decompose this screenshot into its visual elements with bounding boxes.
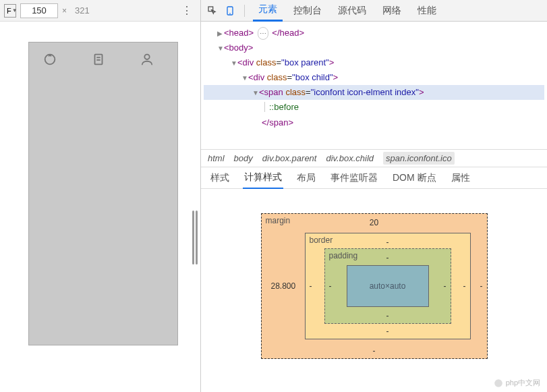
tab-computed[interactable]: 计算样式: [243, 167, 283, 189]
crumb-html[interactable]: html: [208, 153, 225, 163]
breadcrumb: html body div.box.parent div.box.child s…: [201, 150, 547, 167]
padding-left-value: -: [329, 281, 332, 291]
margin-top-value: 20: [370, 218, 378, 227]
device-selector[interactable]: F▼: [4, 4, 16, 18]
border-left-value: -: [310, 281, 312, 291]
margin-label: margin: [266, 216, 291, 225]
tab-performance[interactable]: 性能: [412, 1, 442, 21]
style-tabbar: 样式 计算样式 布局 事件监听器 DOM 断点 属性: [201, 167, 547, 189]
margin-right-value: -: [480, 281, 483, 291]
devtools-panel: 元素 控制台 源代码 网络 性能 <head> ⋯ </head> <body>…: [201, 0, 547, 392]
crumb-parent[interactable]: div.box.parent: [262, 153, 317, 163]
devtools-tabbar: 元素 控制台 源代码 网络 性能: [201, 0, 547, 22]
box-model-padding[interactable]: padding - - - - auto×auto: [324, 248, 451, 324]
box-model-margin[interactable]: margin 20 - 28.800 - border - - - - padd…: [261, 213, 488, 359]
device-frame: [28, 42, 178, 345]
dom-pseudo-before[interactable]: ::before: [204, 100, 544, 115]
tab-console[interactable]: 控制台: [288, 1, 327, 21]
svg-point-4: [144, 55, 149, 59]
clipboard-icon: [91, 52, 106, 67]
device-viewport: [0, 22, 200, 392]
scrollbar[interactable]: [192, 211, 199, 264]
dom-node-span-close[interactable]: </span>: [204, 115, 544, 130]
border-top-value: -: [386, 237, 389, 247]
box-model-container: margin 20 - 28.800 - border - - - - padd…: [201, 189, 547, 392]
more-options-icon[interactable]: ⋮: [181, 4, 191, 17]
device-toolbar: F▼ × ⋮: [0, 0, 200, 22]
frame-header: [29, 43, 177, 76]
border-right-value: -: [463, 281, 466, 291]
dom-tree[interactable]: <head> ⋯ </head> <body> <div class="box …: [201, 22, 547, 150]
device-preview-pane: F▼ × ⋮: [0, 0, 201, 392]
box-model-content[interactable]: auto×auto: [347, 265, 429, 307]
dom-node-head[interactable]: <head> ⋯ </head>: [204, 26, 544, 40]
svg-point-0: [45, 55, 55, 65]
viewport-width-input[interactable]: [20, 3, 58, 18]
padding-top-value: -: [386, 253, 389, 262]
divider: [244, 5, 245, 17]
margin-bottom-value: -: [373, 346, 376, 356]
viewport-height-input[interactable]: [75, 3, 113, 18]
watermark: php中文网: [494, 378, 540, 388]
tab-network[interactable]: 网络: [377, 1, 407, 21]
refresh-icon: [42, 52, 57, 67]
inspect-icon[interactable]: [206, 5, 219, 17]
dom-node-body[interactable]: <body>: [204, 40, 544, 55]
border-label: border: [310, 235, 333, 245]
chevron-down-icon: ▼: [12, 7, 18, 13]
tab-styles[interactable]: 样式: [209, 168, 231, 188]
tab-properties[interactable]: 属性: [450, 168, 471, 188]
dom-node-span-selected[interactable]: ⋯<span class="iconfont icon-elment index…: [204, 85, 544, 100]
svg-point-8: [494, 379, 502, 387]
box-model[interactable]: margin 20 - 28.800 - border - - - - padd…: [261, 213, 488, 359]
box-model-border[interactable]: border - - - - padding - - - - auto×auto: [305, 233, 471, 339]
tab-elements[interactable]: 元素: [253, 0, 283, 22]
crumb-body[interactable]: body: [234, 153, 253, 163]
dimensions-separator: ×: [62, 6, 67, 16]
tab-sources[interactable]: 源代码: [333, 1, 372, 21]
content-value: auto×auto: [370, 281, 406, 291]
tab-layout[interactable]: 布局: [295, 168, 317, 188]
crumb-child[interactable]: div.box.child: [326, 153, 374, 163]
php-logo-icon: [494, 379, 503, 388]
margin-left-value: 28.800: [271, 281, 296, 291]
dom-node-div-child[interactable]: <div class="box child">: [204, 70, 544, 85]
ellipsis-badge: ⋯: [258, 27, 268, 40]
padding-right-value: -: [444, 281, 447, 291]
border-bottom-value: -: [386, 327, 389, 336]
tab-dom-breakpoints[interactable]: DOM 断点: [391, 168, 438, 188]
padding-bottom-value: -: [386, 311, 389, 320]
user-icon: [140, 52, 154, 67]
device-toggle-icon[interactable]: [224, 5, 236, 17]
tab-listeners[interactable]: 事件监听器: [329, 168, 379, 188]
crumb-span[interactable]: span.iconfont.ico: [383, 152, 455, 165]
padding-label: padding: [329, 251, 358, 260]
dom-node-div-parent[interactable]: <div class="box parent">: [204, 55, 544, 70]
